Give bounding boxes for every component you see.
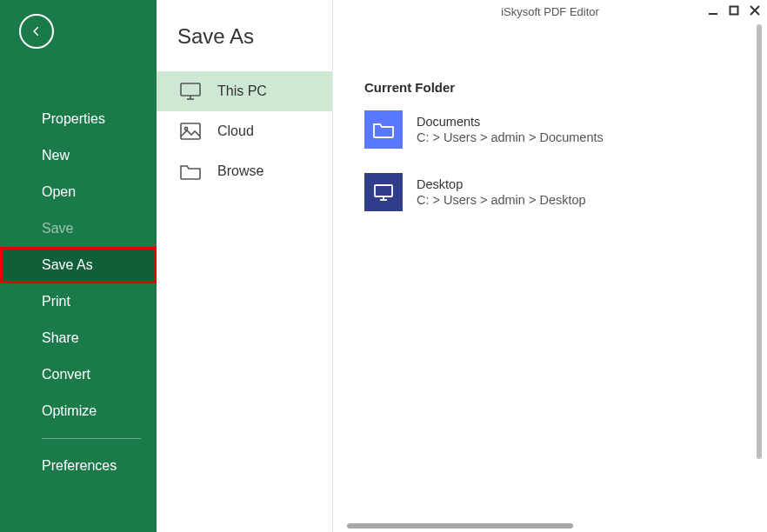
location-browse[interactable]: Browse xyxy=(157,151,332,191)
back-button[interactable] xyxy=(19,14,54,49)
folder-name: Desktop xyxy=(417,177,586,191)
sidebar-item-convert[interactable]: Convert xyxy=(0,356,157,393)
svg-rect-3 xyxy=(181,123,200,139)
folder-content: Current Folder Documents C: > Users > ad… xyxy=(333,0,767,532)
sidebar-item-print[interactable]: Print xyxy=(0,283,157,320)
sidebar-item-share[interactable]: Share xyxy=(0,320,157,356)
folder-path: C: > Users > admin > Desktop xyxy=(417,193,586,207)
folder-documents[interactable]: Documents C: > Users > admin > Documents xyxy=(364,110,767,149)
location-label: This PC xyxy=(217,83,267,99)
active-indicator-icon xyxy=(157,258,163,272)
sidebar-item-label: Share xyxy=(42,330,79,345)
sidebar-item-save: Save xyxy=(0,210,157,247)
sidebar-item-new[interactable]: New xyxy=(0,137,157,174)
scroll-thumb[interactable] xyxy=(757,24,762,459)
monitor-icon xyxy=(179,82,202,101)
sidebar-item-preferences[interactable]: Preferences xyxy=(0,448,157,484)
folder-text: Documents C: > Users > admin > Documents xyxy=(417,115,604,144)
chevron-left-icon xyxy=(30,25,43,37)
sidebar-item-properties[interactable]: Properties xyxy=(0,101,157,137)
sidebar: Properties New Open Save Save As Print S… xyxy=(0,0,157,532)
location-this-pc[interactable]: This PC xyxy=(157,71,332,111)
sidebar-item-open[interactable]: Open xyxy=(0,174,157,210)
location-list: This PC Cloud Browse xyxy=(157,71,332,191)
sidebar-item-optimize[interactable]: Optimize xyxy=(0,393,157,429)
folder-desktop[interactable]: Desktop C: > Users > admin > Desktop xyxy=(364,173,767,211)
location-panel: Save As This PC Cloud Browse xyxy=(157,0,333,532)
sidebar-item-label: Convert xyxy=(42,367,90,382)
folder-icon xyxy=(179,162,202,181)
section-title: Current Folder xyxy=(364,80,767,95)
sidebar-item-save-as[interactable]: Save As xyxy=(0,247,157,283)
sidebar-item-label: New xyxy=(42,148,70,163)
folder-name: Documents xyxy=(417,115,604,129)
location-cloud[interactable]: Cloud xyxy=(157,111,332,151)
sidebar-item-label: Save As xyxy=(42,257,93,272)
vertical-scrollbar[interactable] xyxy=(757,24,762,476)
sidebar-item-label: Save xyxy=(42,221,73,236)
desktop-icon xyxy=(364,173,403,211)
svg-rect-0 xyxy=(181,83,200,96)
svg-rect-9 xyxy=(375,185,392,196)
sidebar-item-label: Optimize xyxy=(42,403,97,418)
sidebar-item-label: Properties xyxy=(42,111,105,126)
folder-path: C: > Users > admin > Documents xyxy=(417,130,604,144)
location-label: Cloud xyxy=(217,123,254,139)
sidebar-item-label: Open xyxy=(42,184,76,199)
horizontal-scrollbar[interactable] xyxy=(347,523,573,529)
sidebar-item-label: Preferences xyxy=(42,458,117,473)
sidebar-item-label: Print xyxy=(42,294,70,309)
location-label: Browse xyxy=(217,163,263,179)
sidebar-menu: Properties New Open Save Save As Print S… xyxy=(0,101,157,484)
menu-divider xyxy=(42,438,141,439)
image-icon xyxy=(179,122,202,141)
folder-icon xyxy=(364,110,403,149)
content-panel: iSkysoft PDF Editor Current Folder Docum… xyxy=(333,0,767,532)
folder-text: Desktop C: > Users > admin > Desktop xyxy=(417,177,586,207)
panel-title: Save As xyxy=(157,0,332,71)
